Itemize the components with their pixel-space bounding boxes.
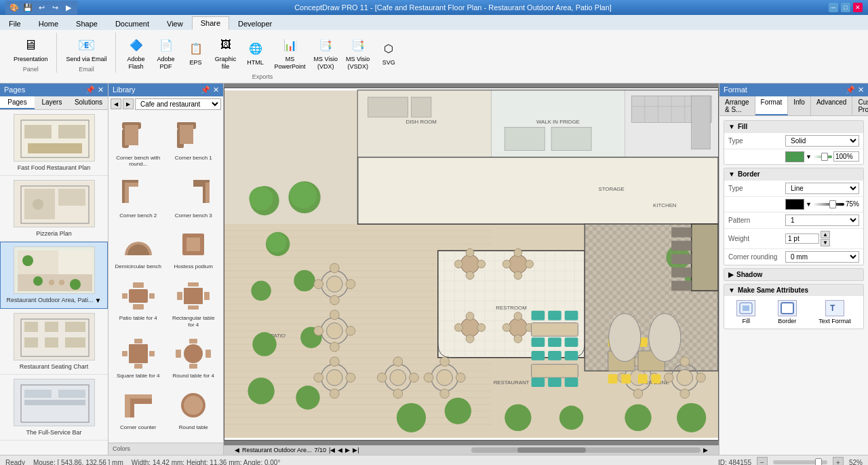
- lib-item-corner-bench-1[interactable]: Corner bench 1: [167, 115, 221, 171]
- tab-home[interactable]: Home: [30, 16, 67, 30]
- page-item-restaurant-outdoor[interactable]: Restaurant Outdoor Area, Pati... ▼: [0, 242, 108, 309]
- nav-first[interactable]: |◀: [329, 447, 335, 453]
- undo-button[interactable]: ↩: [35, 1, 47, 14]
- fill-section-header[interactable]: ▼ Fill: [724, 121, 863, 132]
- fmt-tab-arrange[interactable]: Arrange & S...: [719, 96, 755, 115]
- send-email-button[interactable]: 📧 Send via Email: [64, 33, 110, 64]
- zoom-out-button[interactable]: −: [757, 457, 768, 465]
- lib-item-square-table-4[interactable]: Square table for 4: [111, 333, 165, 383]
- zoom-thumb[interactable]: [815, 458, 822, 465]
- canvas-scroll[interactable]: DISH ROOM WALK IN FRIDGE: [224, 83, 719, 445]
- presentation-button[interactable]: 🖥 Presentation: [11, 33, 51, 64]
- run-button[interactable]: ▶: [62, 1, 75, 14]
- lib-item-demicircular-bench[interactable]: Demicircular bench: [111, 223, 165, 274]
- fmt-tab-custom[interactable]: Custom Pro...: [852, 96, 868, 115]
- pages-tab-layers[interactable]: Layers: [35, 96, 69, 109]
- border-pattern-select[interactable]: 1: [785, 215, 859, 226]
- ms-visio-vdx-button[interactable]: 📑 MS Visio(VDX): [311, 33, 340, 72]
- make-same-border-button[interactable]: Border: [778, 300, 797, 324]
- weight-up-btn[interactable]: ▲: [821, 231, 830, 238]
- border-corner-select[interactable]: 0 mm: [785, 251, 859, 263]
- lib-item-corner-bench-3[interactable]: Corner bench 3: [167, 172, 221, 223]
- scrollbar-thumb[interactable]: [517, 447, 586, 453]
- library-close-icon[interactable]: ✕: [213, 86, 219, 94]
- library-pin-icon[interactable]: 📌: [201, 86, 210, 94]
- canvas-scrollbar-horizontal[interactable]: ◀ Restaurant Outdoor Are... 7/10 |◀ ◀ ▶ …: [224, 445, 719, 455]
- border-color-dropdown[interactable]: ▼: [806, 201, 812, 208]
- weight-down-btn[interactable]: ▼: [821, 239, 830, 246]
- page-item-bar[interactable]: The Full-Service Bar: [0, 375, 108, 441]
- lib-item-corner-counter[interactable]: Corner counter: [111, 384, 165, 434]
- tab-share[interactable]: Share: [192, 16, 229, 30]
- tab-document[interactable]: Document: [106, 16, 158, 30]
- tab-developer[interactable]: Developer: [229, 16, 281, 30]
- fill-opacity-thumb[interactable]: [821, 153, 828, 161]
- page-item-seating[interactable]: Restaurant Seating Chart: [0, 309, 108, 375]
- nav-next[interactable]: ▶: [345, 447, 350, 453]
- fill-opacity-slider[interactable]: [813, 155, 832, 158]
- border-color-swatch[interactable]: [785, 199, 804, 210]
- scroll-right-button[interactable]: ▶: [703, 447, 708, 453]
- border-section-header[interactable]: ▼ Border: [724, 168, 863, 180]
- lib-item-round-table-4[interactable]: Round table for 4: [167, 333, 221, 383]
- make-same-fill-button[interactable]: Fill: [736, 300, 755, 324]
- canvas[interactable]: DISH ROOM WALK IN FRIDGE: [224, 83, 719, 445]
- format-close-icon[interactable]: ✕: [858, 86, 864, 94]
- fill-color-swatch[interactable]: [785, 151, 804, 162]
- fill-color-dropdown[interactable]: ▼: [806, 153, 812, 160]
- lib-item-square-table-round[interactable]: Square table with round...: [111, 435, 165, 442]
- page-item-pizzeria[interactable]: Pizzeria Plan: [0, 176, 108, 242]
- make-same-header[interactable]: ▼ Make Same Attributes: [724, 284, 863, 296]
- floor-plan[interactable]: DISH ROOM WALK IN FRIDGE: [224, 88, 719, 441]
- border-type-select[interactable]: Line: [785, 183, 859, 194]
- redo-button[interactable]: ↪: [49, 1, 61, 14]
- lib-item-corner-bench-round[interactable]: Corner bench with round...: [111, 115, 165, 171]
- make-same-text-format-button[interactable]: T Text Format: [818, 300, 851, 324]
- svg-button[interactable]: ⬡ SVG: [375, 36, 402, 68]
- save-button[interactable]: 💾: [22, 1, 34, 14]
- border-opacity-slider[interactable]: [813, 203, 844, 206]
- lib-item-corner-table[interactable]: Corner table: [167, 435, 221, 442]
- library-category-select[interactable]: Cafe and restaurant: [135, 98, 221, 110]
- library-nav-back[interactable]: ◀: [111, 98, 121, 109]
- border-opacity-thumb[interactable]: [829, 200, 836, 208]
- lib-item-rect-table-4[interactable]: Rectangular table for 4: [167, 275, 221, 331]
- page-item-fastfood[interactable]: Fast Food Restaurant Plan: [0, 110, 108, 176]
- close-button[interactable]: ✕: [853, 3, 863, 12]
- pages-close-icon[interactable]: ✕: [98, 86, 104, 94]
- fmt-tab-info[interactable]: Info: [788, 96, 811, 115]
- tab-shape[interactable]: Shape: [67, 16, 106, 30]
- tab-view[interactable]: View: [158, 16, 192, 30]
- eps-button[interactable]: 📋 EPS: [182, 36, 210, 68]
- fmt-tab-advanced[interactable]: Advanced: [811, 96, 852, 115]
- scroll-left-button[interactable]: ◀: [235, 447, 239, 453]
- nav-last[interactable]: ▶|: [353, 447, 359, 453]
- lib-item-patio-table-4[interactable]: Patio table for 4: [111, 275, 165, 331]
- minimize-button[interactable]: ─: [829, 3, 838, 12]
- nav-prev[interactable]: ◀: [338, 447, 342, 453]
- lib-item-corner-bench-2[interactable]: Corner bench 2: [111, 172, 165, 223]
- tab-file[interactable]: File: [0, 16, 30, 30]
- scrollbar-track[interactable]: [471, 447, 701, 453]
- pages-pin-icon[interactable]: 📌: [85, 86, 95, 94]
- adobe-pdf-button[interactable]: 📄 AdobePDF: [153, 33, 180, 72]
- pages-tab-pages[interactable]: Pages: [0, 96, 35, 109]
- graphic-file-button[interactable]: 🖼 Graphicfile: [212, 33, 239, 72]
- format-pin-icon[interactable]: 📌: [846, 86, 855, 94]
- lib-item-round-table[interactable]: Round table: [167, 384, 221, 434]
- border-weight-input[interactable]: [785, 234, 819, 244]
- shadow-section-header[interactable]: ▶ Shadow: [724, 269, 863, 280]
- library-nav-forward[interactable]: ▶: [123, 98, 134, 109]
- fill-opacity-input[interactable]: [833, 151, 859, 162]
- zoom-slider[interactable]: [773, 460, 827, 464]
- pages-tab-solutions[interactable]: Solutions: [69, 96, 108, 109]
- zoom-in-button[interactable]: +: [833, 457, 844, 465]
- fill-type-select[interactable]: Solid: [785, 135, 859, 147]
- maximize-button[interactable]: □: [841, 3, 850, 12]
- adobe-flash-button[interactable]: 🔷 AdobeFlash: [123, 33, 150, 72]
- fmt-tab-format[interactable]: Format: [755, 96, 789, 115]
- ms-powerpoint-button[interactable]: 📊 MSPowerPoint: [272, 33, 309, 72]
- ms-visio-vsdx-button[interactable]: 📑 MS Visio(VSDX): [343, 33, 372, 72]
- lib-item-hostess-podium[interactable]: Hostess podium: [167, 223, 221, 274]
- html-button[interactable]: 🌐 HTML: [242, 36, 269, 68]
